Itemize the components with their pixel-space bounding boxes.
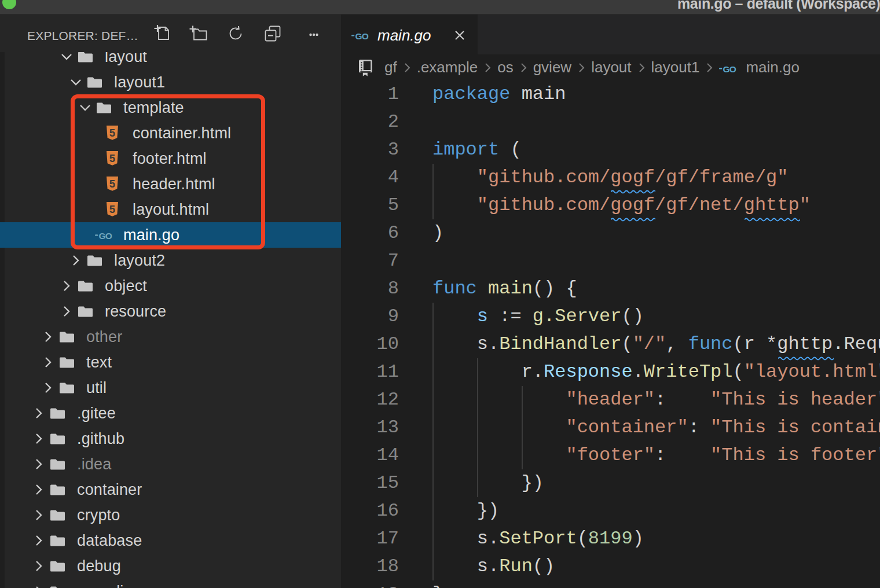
svg-text:GO: GO <box>355 31 369 41</box>
svg-text:GO: GO <box>723 64 736 74</box>
